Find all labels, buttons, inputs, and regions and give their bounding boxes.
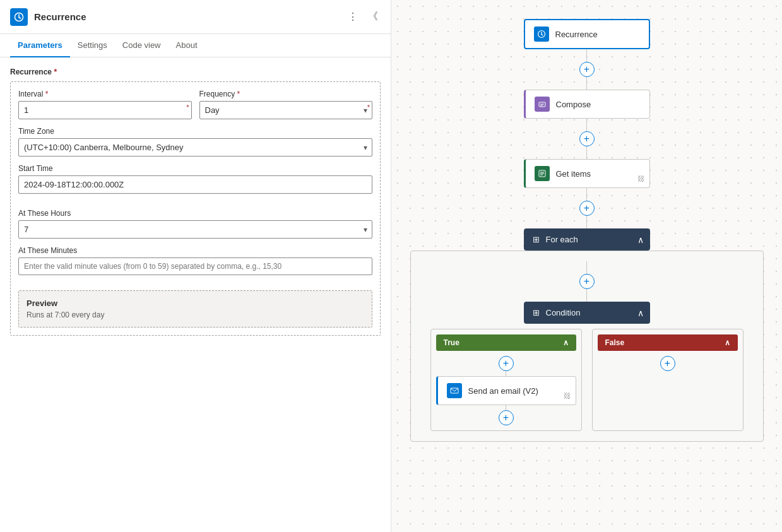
collapse-panel-icon[interactable]: 《 <box>365 8 381 26</box>
tab-parameters[interactable]: Parameters <box>10 34 70 57</box>
true-branch-header: True ∧ <box>436 334 576 351</box>
connector-3: + <box>579 188 595 228</box>
line-true-2 <box>506 405 506 410</box>
at-these-hours-group: At These Hours 7 ▾ <box>18 209 372 239</box>
condition-label: Condition <box>546 308 581 317</box>
add-btn-3[interactable]: + <box>579 201 595 216</box>
line-2 <box>586 119 587 131</box>
more-options-icon[interactable]: ⋮ <box>345 8 360 25</box>
true-collapse-icon[interactable]: ∧ <box>563 338 569 347</box>
at-these-hours-label: At These Hours <box>18 209 372 218</box>
svg-line-2 <box>19 17 21 18</box>
start-time-label: Start Time <box>18 164 372 173</box>
preview-box: Preview Runs at 7:00 every day <box>18 290 372 328</box>
compose-flow-label: Compose <box>556 100 591 109</box>
preview-title: Preview <box>27 299 364 308</box>
interval-label: Interval * <box>18 90 192 98</box>
for-each-node[interactable]: ⊞ For each ∧ <box>524 228 650 251</box>
left-panel: Recurrence ⋮ 《 Parameters Settings Code … <box>0 0 391 532</box>
recurrence-flow-node[interactable]: Recurrence <box>524 19 650 49</box>
timezone-label: Time Zone <box>18 127 372 136</box>
panel-header: Recurrence ⋮ 《 <box>0 0 391 34</box>
panel-title: Recurrence <box>34 11 339 22</box>
line-3 <box>586 188 587 201</box>
recurrence-box: Interval * * Frequency * Day Second <box>10 81 381 336</box>
recurrence-flow-label: Recurrence <box>555 30 598 39</box>
compose-flow-icon <box>535 97 550 112</box>
for-each-outer-box: + ⊞ Condition ∧ True <box>410 251 764 442</box>
true-label: True <box>444 338 459 347</box>
frequency-select[interactable]: Day Second Minute Hour Week Month <box>199 101 373 119</box>
interval-group: Interval * * <box>18 90 192 119</box>
line-3b <box>586 216 587 228</box>
svg-line-5 <box>542 35 543 36</box>
get-items-flow-icon <box>535 166 550 181</box>
get-items-link-icon: ⛓ <box>637 175 644 182</box>
timezone-group: Time Zone (UTC+10:00) Canberra, Melbourn… <box>18 127 372 157</box>
false-branch-header: False ∧ <box>598 334 738 351</box>
for-each-container: ⊞ For each ∧ + ⊞ Condition ∧ <box>410 228 764 442</box>
line-1 <box>586 49 587 62</box>
at-these-hours-select-wrap: 7 ▾ <box>18 220 372 239</box>
add-btn-2[interactable]: + <box>579 131 595 146</box>
line-1b <box>586 77 587 90</box>
at-these-minutes-input[interactable] <box>18 257 372 275</box>
preview-text: Runs at 7:00 every day <box>27 310 364 319</box>
interval-input[interactable] <box>18 101 192 119</box>
start-time-group: Start Time <box>18 164 372 201</box>
required-star: * <box>52 68 57 76</box>
at-these-minutes-label: At These Minutes <box>18 246 372 255</box>
line-inner-1 <box>586 261 587 274</box>
tabs-bar: Parameters Settings Code view About <box>0 34 391 57</box>
get-items-flow-node[interactable]: Get items ⛓ <box>524 159 650 188</box>
condition-collapse-icon[interactable]: ∧ <box>637 308 644 318</box>
panel-content: Recurrence * Interval * * Frequency * <box>0 57 391 532</box>
false-label: False <box>605 338 625 347</box>
condition-icon: ⊞ <box>533 308 540 317</box>
recurrence-header-icon <box>10 8 28 26</box>
line-true <box>506 371 506 376</box>
add-btn-true-2[interactable]: + <box>499 410 514 425</box>
compose-flow-node[interactable]: Compose <box>524 90 650 119</box>
timezone-select[interactable]: (UTC+10:00) Canberra, Melbourne, Sydney <box>18 138 372 157</box>
flow-canvas: Recurrence + Compose + <box>391 0 782 532</box>
false-branch: False ∧ + <box>592 329 743 431</box>
send-email-icon <box>447 383 462 398</box>
send-email-node[interactable]: Send an email (V2) ⛓ <box>436 376 576 405</box>
add-btn-1[interactable]: + <box>579 62 595 77</box>
tab-settings[interactable]: Settings <box>70 34 115 57</box>
tab-about[interactable]: About <box>169 34 205 57</box>
frequency-label: Frequency * <box>199 90 373 98</box>
tab-code-view[interactable]: Code view <box>115 34 169 57</box>
interval-required-indicator: * <box>186 103 189 111</box>
condition-node[interactable]: ⊞ Condition ∧ <box>524 302 650 324</box>
for-each-label: For each <box>546 235 578 244</box>
send-email-label: Send an email (V2) <box>468 386 538 396</box>
panel-header-actions: ⋮ 《 <box>345 8 381 26</box>
for-each-icon: ⊞ <box>533 235 540 244</box>
at-these-hours-select[interactable]: 7 <box>18 220 372 239</box>
connector-inner-1: + <box>579 261 595 302</box>
recurrence-flow-icon <box>534 27 549 42</box>
add-btn-inner-1[interactable]: + <box>579 274 595 289</box>
false-collapse-icon[interactable]: ∧ <box>725 338 730 347</box>
timezone-select-wrap: (UTC+10:00) Canberra, Melbourne, Sydney … <box>18 138 372 157</box>
recurrence-section-label: Recurrence * <box>10 68 381 76</box>
right-panel: Recurrence + Compose + <box>391 0 782 532</box>
start-time-input[interactable] <box>18 175 372 194</box>
for-each-collapse-icon[interactable]: ∧ <box>637 235 644 245</box>
condition-container: ⊞ Condition ∧ True ∧ + <box>421 302 753 431</box>
line-inner-1b <box>586 289 587 302</box>
connector-1: + <box>579 49 595 90</box>
connector-2: + <box>579 119 595 159</box>
frequency-group: Frequency * Day Second Minute Hour Week … <box>199 90 373 119</box>
frequency-select-wrap: Day Second Minute Hour Week Month ▾ * <box>199 101 373 119</box>
add-btn-true[interactable]: + <box>499 356 514 371</box>
add-btn-false[interactable]: + <box>660 356 675 371</box>
line-2b <box>586 146 587 159</box>
at-these-minutes-group: At These Minutes <box>18 246 372 283</box>
interval-frequency-row: Interval * * Frequency * Day Second <box>18 90 372 119</box>
true-branch: True ∧ + <box>430 329 582 431</box>
condition-branches: True ∧ + <box>421 329 753 431</box>
send-email-link-icon: ⛓ <box>564 392 571 399</box>
